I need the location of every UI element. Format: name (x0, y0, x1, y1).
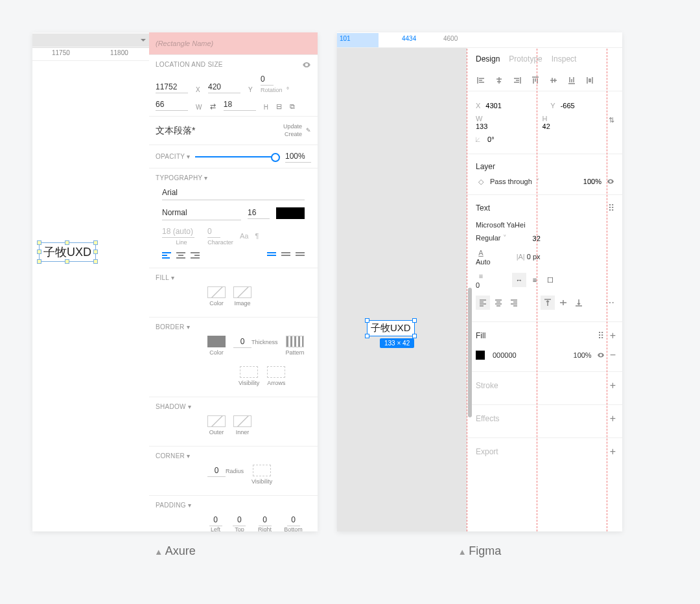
y-input[interactable] (561, 102, 600, 110)
border-thickness-input[interactable]: Thickness (233, 336, 278, 356)
align-right-icon[interactable] (191, 252, 200, 259)
align-left-icon[interactable] (476, 75, 486, 86)
align-right-icon[interactable] (512, 75, 522, 86)
paragraph-spacing-input[interactable]: 0 (476, 281, 480, 289)
figma-panel: 101 4434 4600 子牧UXD 133 × 42 Design Prot… (337, 32, 622, 531)
h-label: H (264, 104, 269, 111)
font-weight-select[interactable]: Regular ˅ (476, 234, 507, 242)
tab-design[interactable]: Design (476, 54, 500, 64)
line-spacing-input[interactable] (162, 226, 194, 238)
font-color-swatch[interactable] (276, 207, 305, 219)
text-options-icon[interactable]: ¶ (255, 232, 259, 240)
font-weight-select[interactable] (162, 205, 241, 220)
tab-prototype[interactable]: Prototype (509, 54, 542, 64)
fill-visibility-icon[interactable] (596, 350, 606, 360)
w-input[interactable] (476, 122, 515, 130)
padding-left-input[interactable]: Left (207, 514, 224, 531)
border-pattern-button[interactable]: Pattern (286, 336, 305, 356)
align-bottom-icon[interactable] (566, 75, 577, 86)
fill-opacity-input[interactable]: 100% (574, 351, 592, 359)
border-arrows-button[interactable]: Arrows (267, 366, 285, 386)
text-align-left-icon[interactable] (476, 296, 490, 310)
text-valign-top-icon[interactable] (541, 296, 555, 310)
letter-spacing-input[interactable]: 0 px (527, 253, 541, 261)
valign-top-icon[interactable] (267, 252, 276, 259)
axure-ruler: 11750 11800 (32, 48, 149, 61)
shadow-inner-button[interactable]: Inner (233, 415, 251, 436)
align-vcenter-icon[interactable] (548, 75, 559, 86)
padding-right-input[interactable]: Right (255, 514, 274, 531)
align-center-icon[interactable] (176, 252, 185, 259)
h-input[interactable] (224, 99, 256, 111)
font-family-select[interactable] (162, 185, 305, 200)
w-input[interactable] (156, 99, 188, 111)
padding-bottom-input[interactable]: Bottom (282, 514, 305, 531)
valign-bottom-icon[interactable] (296, 252, 305, 259)
rotation-input[interactable] (261, 73, 274, 86)
layer-opacity-input[interactable] (576, 178, 601, 185)
line-height-input[interactable]: Auto (476, 258, 491, 266)
rotation-input[interactable] (487, 135, 526, 143)
fill-image-button[interactable]: Image (233, 286, 251, 307)
text-align-center-icon[interactable] (491, 296, 506, 310)
opacity-slider[interactable] (195, 156, 280, 157)
opacity-input[interactable] (285, 150, 311, 163)
selected-frame[interactable]: 子牧UXD (367, 320, 415, 336)
canvas-scrollbar[interactable] (468, 288, 472, 417)
flip-h-icon[interactable]: ⊟ (276, 102, 282, 111)
flip-v-icon[interactable]: ⧉ (290, 102, 295, 111)
font-size-input[interactable] (248, 207, 270, 219)
x-input[interactable] (156, 81, 188, 93)
add-effect-icon[interactable]: + (610, 413, 616, 424)
manage-styles-icon[interactable]: ✎ (306, 127, 311, 135)
figma-canvas[interactable]: 子牧UXD 133 × 42 (337, 48, 467, 531)
x-input[interactable] (485, 102, 524, 110)
remove-fill-icon[interactable]: − (610, 349, 616, 361)
widget-text: 子牧UXD (43, 246, 91, 259)
visibility-icon[interactable] (302, 60, 311, 71)
selected-widget[interactable]: 子牧UXD (39, 242, 96, 262)
char-spacing-input[interactable] (207, 226, 220, 238)
tab-inspect[interactable]: Inspect (552, 54, 577, 64)
corner-radius-input[interactable]: Radius (207, 465, 244, 485)
applied-style-name[interactable]: 文本段落* (156, 125, 195, 137)
font-family-select[interactable]: Microsoft YaHei (476, 221, 526, 229)
fill-hex-input[interactable]: 000000 (493, 351, 517, 359)
y-input[interactable] (208, 81, 240, 93)
border-color-button[interactable]: Color (207, 336, 226, 356)
resize-auto-height-icon[interactable]: ≡ (528, 273, 542, 287)
text-valign-bottom-icon[interactable] (572, 296, 586, 310)
valign-middle-icon[interactable] (281, 252, 290, 259)
align-left-icon[interactable] (162, 252, 171, 259)
corner-visibility-button[interactable]: Visibility (251, 465, 272, 485)
export-title: Export (476, 447, 498, 456)
fill-color-button[interactable]: Color (207, 286, 226, 307)
shadow-outer-button[interactable]: Outer (207, 415, 226, 436)
add-stroke-icon[interactable]: + (610, 380, 616, 391)
name-field[interactable]: (Rectangle Name) (149, 32, 318, 54)
add-export-icon[interactable]: + (610, 446, 616, 458)
rotation-icon: ⟀ (476, 135, 480, 143)
text-valign-middle-icon[interactable] (556, 296, 570, 310)
fill-color-swatch[interactable] (476, 351, 485, 360)
resize-auto-width-icon[interactable]: ↔ (512, 273, 526, 287)
align-top-icon[interactable] (530, 75, 541, 86)
align-hcenter-icon[interactable] (494, 75, 504, 86)
add-fill-icon[interactable]: + (610, 330, 616, 341)
text-case-button[interactable]: Aa (240, 232, 248, 240)
text-align-right-icon[interactable] (507, 296, 521, 310)
create-style-link[interactable]: Create (283, 131, 302, 139)
link-wh-icon[interactable]: ⇄ (210, 102, 216, 111)
text-style-icon[interactable]: ⠿ (608, 203, 616, 213)
padding-top-input[interactable]: Top (231, 514, 248, 531)
font-size-input[interactable] (533, 235, 572, 242)
constrain-proportions-icon[interactable]: ⇅ (607, 115, 616, 125)
resize-fixed-icon[interactable]: ☐ (543, 273, 557, 287)
border-visibility-button[interactable]: Visibility (239, 366, 259, 386)
blend-mode-select[interactable]: Pass through (490, 178, 532, 185)
update-style-link[interactable]: Update (283, 123, 302, 131)
fill-style-icon[interactable]: ⠿ (598, 331, 605, 341)
widget-dropdown[interactable] (32, 34, 149, 47)
h-input[interactable] (542, 122, 581, 130)
distribute-icon[interactable] (585, 75, 595, 86)
